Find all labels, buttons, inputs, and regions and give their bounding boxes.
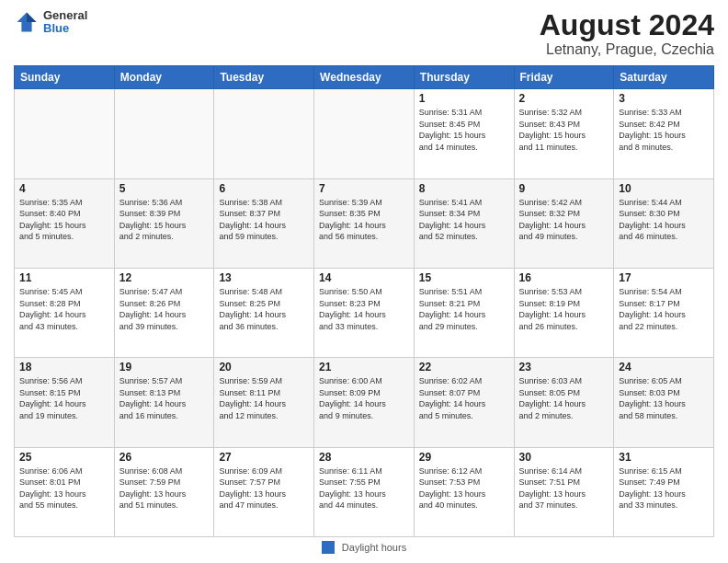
calendar-cell — [314, 89, 415, 178]
footer: Daylight hours — [14, 541, 714, 554]
day-number: 4 — [19, 182, 109, 195]
day-number: 22 — [419, 361, 509, 373]
day-info: Sunrise: 5:59 AM Sunset: 8:11 PM Dayligh… — [219, 375, 309, 421]
day-info: Sunrise: 5:57 AM Sunset: 8:13 PM Dayligh… — [119, 375, 210, 421]
col-saturday: Saturday — [614, 66, 714, 89]
day-number: 17 — [619, 271, 709, 284]
calendar-cell — [114, 89, 214, 178]
week-row-1: 1Sunrise: 5:31 AM Sunset: 8:45 PM Daylig… — [15, 89, 714, 178]
calendar-cell: 4Sunrise: 5:35 AM Sunset: 8:40 PM Daylig… — [15, 178, 115, 268]
day-number: 12 — [119, 271, 210, 284]
calendar-cell: 28Sunrise: 6:11 AM Sunset: 7:55 PM Dayli… — [314, 447, 415, 536]
day-info: Sunrise: 6:15 AM Sunset: 7:49 PM Dayligh… — [619, 465, 709, 511]
calendar-cell: 8Sunrise: 5:41 AM Sunset: 8:34 PM Daylig… — [414, 178, 514, 268]
calendar-cell: 20Sunrise: 5:59 AM Sunset: 8:11 PM Dayli… — [214, 358, 314, 447]
day-number: 16 — [519, 271, 609, 284]
day-info: Sunrise: 5:33 AM Sunset: 8:42 PM Dayligh… — [619, 107, 709, 153]
day-number: 19 — [119, 361, 210, 373]
col-tuesday: Tuesday — [214, 66, 314, 89]
day-number: 6 — [219, 182, 309, 195]
calendar-cell: 1Sunrise: 5:31 AM Sunset: 8:45 PM Daylig… — [414, 89, 514, 178]
calendar-cell: 12Sunrise: 5:47 AM Sunset: 8:26 PM Dayli… — [114, 268, 214, 357]
calendar-table: Sunday Monday Tuesday Wednesday Thursday… — [14, 65, 714, 537]
calendar-cell: 7Sunrise: 5:39 AM Sunset: 8:35 PM Daylig… — [314, 178, 415, 268]
day-info: Sunrise: 5:35 AM Sunset: 8:40 PM Dayligh… — [19, 197, 109, 243]
day-info: Sunrise: 6:08 AM Sunset: 7:59 PM Dayligh… — [119, 465, 210, 511]
day-info: Sunrise: 5:31 AM Sunset: 8:45 PM Dayligh… — [419, 107, 509, 153]
col-monday: Monday — [114, 66, 214, 89]
page: General Blue August 2024 Letnany, Prague… — [0, 0, 728, 563]
day-info: Sunrise: 6:05 AM Sunset: 8:03 PM Dayligh… — [619, 375, 709, 421]
calendar-subtitle: Letnany, Prague, Czechia — [540, 41, 714, 58]
day-info: Sunrise: 5:47 AM Sunset: 8:26 PM Dayligh… — [119, 286, 210, 332]
week-row-5: 25Sunrise: 6:06 AM Sunset: 8:01 PM Dayli… — [15, 447, 714, 536]
day-number: 7 — [319, 182, 409, 195]
calendar-cell: 27Sunrise: 6:09 AM Sunset: 7:57 PM Dayli… — [214, 447, 314, 536]
day-number: 13 — [219, 271, 309, 284]
logo-blue: Blue — [43, 22, 87, 35]
day-info: Sunrise: 6:03 AM Sunset: 8:05 PM Dayligh… — [519, 375, 609, 421]
day-number: 8 — [419, 182, 509, 195]
day-info: Sunrise: 5:53 AM Sunset: 8:19 PM Dayligh… — [519, 286, 609, 332]
calendar-cell: 19Sunrise: 5:57 AM Sunset: 8:13 PM Dayli… — [114, 358, 214, 447]
day-info: Sunrise: 5:51 AM Sunset: 8:21 PM Dayligh… — [419, 286, 509, 332]
daylight-swatch — [322, 541, 335, 554]
day-number: 24 — [619, 361, 709, 373]
day-info: Sunrise: 5:50 AM Sunset: 8:23 PM Dayligh… — [319, 286, 409, 332]
col-sunday: Sunday — [15, 66, 115, 89]
calendar-cell: 26Sunrise: 6:08 AM Sunset: 7:59 PM Dayli… — [114, 447, 214, 536]
day-info: Sunrise: 5:36 AM Sunset: 8:39 PM Dayligh… — [119, 197, 210, 243]
calendar-cell: 13Sunrise: 5:48 AM Sunset: 8:25 PM Dayli… — [214, 268, 314, 357]
day-number: 31 — [619, 451, 709, 464]
logo-general: General — [43, 9, 87, 22]
day-number: 2 — [519, 92, 609, 105]
calendar-cell: 9Sunrise: 5:42 AM Sunset: 8:32 PM Daylig… — [514, 178, 614, 268]
day-info: Sunrise: 6:12 AM Sunset: 7:53 PM Dayligh… — [419, 465, 509, 511]
calendar-cell: 21Sunrise: 6:00 AM Sunset: 8:09 PM Dayli… — [314, 358, 415, 447]
day-number: 5 — [119, 182, 210, 195]
logo-text: General Blue — [43, 9, 87, 36]
day-number: 29 — [419, 451, 509, 464]
calendar-cell: 2Sunrise: 5:32 AM Sunset: 8:43 PM Daylig… — [514, 89, 614, 178]
col-friday: Friday — [514, 66, 614, 89]
calendar-cell: 25Sunrise: 6:06 AM Sunset: 8:01 PM Dayli… — [15, 447, 115, 536]
day-number: 3 — [619, 92, 709, 105]
header: General Blue August 2024 Letnany, Prague… — [14, 9, 714, 58]
day-info: Sunrise: 5:45 AM Sunset: 8:28 PM Dayligh… — [19, 286, 109, 332]
day-info: Sunrise: 5:32 AM Sunset: 8:43 PM Dayligh… — [519, 107, 609, 153]
title-block: August 2024 Letnany, Prague, Czechia — [540, 9, 714, 58]
week-row-3: 11Sunrise: 5:45 AM Sunset: 8:28 PM Dayli… — [15, 268, 714, 357]
day-info: Sunrise: 5:48 AM Sunset: 8:25 PM Dayligh… — [219, 286, 309, 332]
day-number: 25 — [19, 451, 109, 464]
day-info: Sunrise: 5:38 AM Sunset: 8:37 PM Dayligh… — [219, 197, 309, 243]
svg-marker-1 — [27, 13, 37, 23]
day-info: Sunrise: 5:54 AM Sunset: 8:17 PM Dayligh… — [619, 286, 709, 332]
week-row-2: 4Sunrise: 5:35 AM Sunset: 8:40 PM Daylig… — [15, 178, 714, 268]
day-number: 21 — [319, 361, 409, 373]
day-info: Sunrise: 5:39 AM Sunset: 8:35 PM Dayligh… — [319, 197, 409, 243]
day-number: 10 — [619, 182, 709, 195]
calendar-cell: 22Sunrise: 6:02 AM Sunset: 8:07 PM Dayli… — [414, 358, 514, 447]
calendar-cell: 16Sunrise: 5:53 AM Sunset: 8:19 PM Dayli… — [514, 268, 614, 357]
day-number: 27 — [219, 451, 309, 464]
calendar-title: August 2024 — [540, 9, 714, 41]
day-info: Sunrise: 6:14 AM Sunset: 7:51 PM Dayligh… — [519, 465, 609, 511]
calendar-header-row: Sunday Monday Tuesday Wednesday Thursday… — [15, 66, 714, 89]
col-thursday: Thursday — [414, 66, 514, 89]
calendar-cell: 11Sunrise: 5:45 AM Sunset: 8:28 PM Dayli… — [15, 268, 115, 357]
day-info: Sunrise: 5:56 AM Sunset: 8:15 PM Dayligh… — [19, 375, 109, 421]
calendar-cell: 31Sunrise: 6:15 AM Sunset: 7:49 PM Dayli… — [614, 447, 714, 536]
day-info: Sunrise: 6:11 AM Sunset: 7:55 PM Dayligh… — [319, 465, 409, 511]
day-number: 23 — [519, 361, 609, 373]
day-number: 9 — [519, 182, 609, 195]
day-info: Sunrise: 6:02 AM Sunset: 8:07 PM Dayligh… — [419, 375, 509, 421]
calendar-cell: 18Sunrise: 5:56 AM Sunset: 8:15 PM Dayli… — [15, 358, 115, 447]
col-wednesday: Wednesday — [314, 66, 415, 89]
calendar-cell: 14Sunrise: 5:50 AM Sunset: 8:23 PM Dayli… — [314, 268, 415, 357]
calendar-cell: 24Sunrise: 6:05 AM Sunset: 8:03 PM Dayli… — [614, 358, 714, 447]
day-info: Sunrise: 6:06 AM Sunset: 8:01 PM Dayligh… — [19, 465, 109, 511]
day-info: Sunrise: 5:42 AM Sunset: 8:32 PM Dayligh… — [519, 197, 609, 243]
day-number: 26 — [119, 451, 210, 464]
calendar-cell: 10Sunrise: 5:44 AM Sunset: 8:30 PM Dayli… — [614, 178, 714, 268]
calendar-cell — [214, 89, 314, 178]
